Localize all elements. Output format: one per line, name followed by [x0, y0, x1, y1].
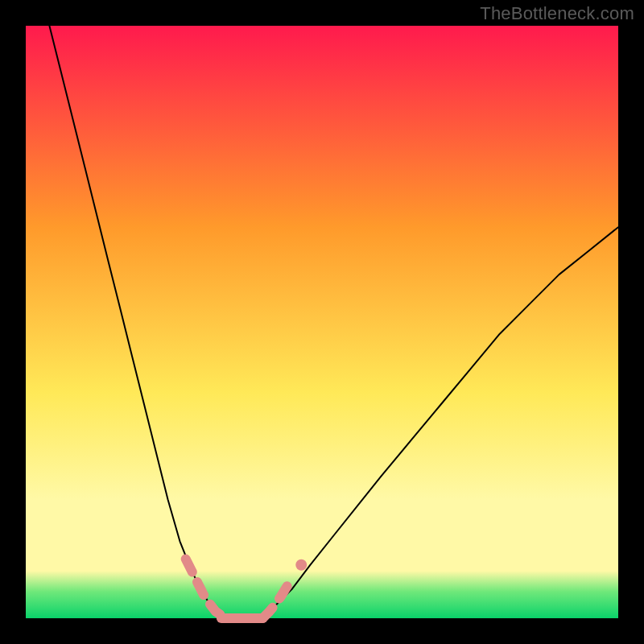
series-dot-right [295, 559, 307, 571]
chart-background [26, 26, 618, 618]
chart-canvas [0, 0, 644, 644]
chart-stage: TheBottleneck.com [0, 0, 644, 644]
watermark-text: TheBottleneck.com [480, 3, 634, 24]
